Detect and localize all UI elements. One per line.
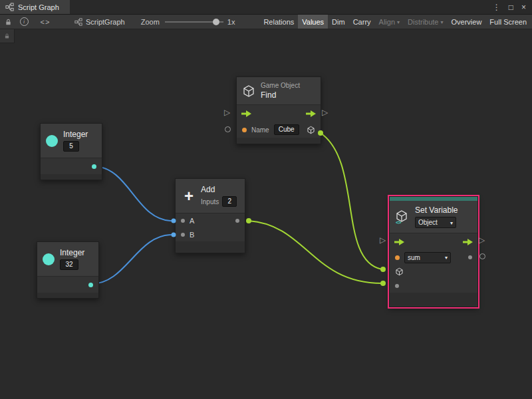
port-b-label: B [190, 231, 194, 239]
window-controls: ⋮ □ × [493, 0, 532, 14]
zoom-label: Zoom [141, 18, 160, 26]
name-input-ring-icon[interactable] [225, 126, 231, 132]
value-output-ring-icon[interactable] [479, 253, 485, 259]
flow-in-triangle-icon[interactable]: ▷ [224, 108, 230, 116]
set-variable-icon: <> [395, 209, 410, 224]
node-title: Set Variable [415, 205, 458, 215]
variable-name-dropdown[interactable]: sum ▾ [404, 252, 451, 263]
maximize-icon[interactable]: □ [509, 3, 513, 12]
add-icon: + [182, 188, 196, 204]
flow-out-arrow-icon[interactable] [306, 110, 316, 117]
chevron-down-icon: ▾ [397, 19, 400, 25]
flow-out-arrow-icon[interactable] [463, 239, 473, 245]
tab-script-graph[interactable]: Script Graph [0, 0, 70, 14]
breadcrumb-label: ScriptGraph [86, 18, 125, 26]
input-port-b[interactable] [181, 233, 185, 237]
node-integer-2[interactable]: Integer 32 [37, 241, 99, 299]
align-button-label: Align [379, 18, 395, 26]
wire-find-to-setvariable-object[interactable] [321, 133, 382, 269]
node-footer [176, 241, 245, 253]
info-button[interactable]: i [16, 15, 32, 29]
unity-script-graph-window: Script Graph ⋮ □ × i <> [0, 0, 532, 399]
lock-icon [5, 18, 12, 26]
output-port[interactable] [88, 283, 93, 287]
value-input-port[interactable] [395, 284, 399, 288]
integer-value-field[interactable]: 32 [60, 259, 78, 270]
value-output-port[interactable] [468, 255, 472, 259]
toolbar-buttons: Relations Values Dim Carry Align ▾ Distr… [259, 15, 532, 29]
tab-title: Script Graph [18, 3, 59, 11]
node-footer [390, 293, 477, 307]
chevron-down-icon: ▾ [450, 220, 453, 226]
variable-scope-value: Object [418, 219, 438, 226]
node-gameobject-find[interactable]: Game Object Find Name Cube [236, 76, 321, 144]
wire-add-to-setvariable-value[interactable] [249, 221, 382, 283]
flow-out-triangle-icon[interactable]: ▷ [479, 236, 485, 244]
dim-button[interactable]: Dim [328, 15, 349, 29]
zoom-value: 1x [227, 18, 235, 26]
code-view-button[interactable]: <> [32, 15, 59, 29]
distribute-button-label: Distribute [408, 18, 438, 26]
align-button[interactable]: Align ▾ [375, 15, 404, 29]
variable-scope-dropdown[interactable]: Object ▾ [415, 217, 456, 228]
script-graph-icon [74, 18, 82, 26]
overview-button[interactable]: Overview [448, 15, 486, 29]
wire-integer32-to-add-b[interactable] [91, 235, 172, 284]
variable-name-input-port[interactable] [395, 255, 400, 260]
flow-in-triangle-icon[interactable]: ▷ [380, 236, 386, 244]
titlebar: Script Graph ⋮ □ × [0, 0, 532, 15]
carry-button[interactable]: Carry [349, 15, 375, 29]
wire-endpoint [246, 218, 251, 223]
distribute-button[interactable]: Distribute ▾ [404, 15, 447, 29]
node-footer [41, 174, 102, 180]
node-title: Integer [63, 130, 88, 139]
node-add[interactable]: + Add Inputs 2 A B [175, 178, 245, 253]
object-input-port-icon[interactable] [395, 267, 404, 276]
name-input-port[interactable] [242, 128, 247, 132]
node-footer [37, 293, 98, 298]
code-icon: <> [41, 18, 51, 26]
integer-icon [43, 253, 55, 265]
node-footer [237, 138, 321, 144]
name-value-field[interactable]: Cube [274, 124, 299, 135]
node-title: Add [201, 185, 237, 194]
wire-endpoint [380, 267, 386, 272]
node-title: Integer [60, 248, 84, 257]
output-port[interactable] [92, 164, 96, 169]
inputs-count-field[interactable]: 2 [222, 196, 237, 207]
lock-button[interactable] [0, 15, 16, 29]
wire-endpoint [380, 281, 386, 286]
flow-in-arrow-icon[interactable] [241, 110, 251, 117]
flow-out-triangle-icon[interactable]: ▷ [322, 108, 328, 116]
node-title: Find [261, 90, 300, 100]
wire-integer5-to-add-a[interactable] [94, 166, 172, 221]
menu-icon[interactable]: ⋮ [493, 3, 501, 12]
flow-in-arrow-icon[interactable] [394, 239, 404, 245]
close-icon[interactable]: × [521, 3, 526, 12]
relations-button[interactable]: Relations [259, 15, 298, 29]
node-set-variable[interactable]: <> Set Variable Object ▾ sum ▾ [389, 196, 478, 307]
info-icon: i [20, 17, 29, 26]
zoom-slider-handle[interactable] [213, 19, 219, 25]
integer-icon [46, 135, 58, 147]
full-screen-button[interactable]: Full Screen [485, 15, 531, 29]
node-integer-1[interactable]: Integer 5 [40, 123, 102, 180]
integer-value-field[interactable]: 5 [63, 141, 79, 152]
gameobject-output-port-icon[interactable] [307, 126, 315, 134]
input-port-a[interactable] [181, 219, 185, 223]
breadcrumb[interactable]: ScriptGraph [74, 18, 125, 26]
graph-toolbar: i <> ScriptGraph Zoom 1x Relations Value… [0, 15, 532, 29]
output-port-sum[interactable] [235, 219, 239, 223]
port-a-label: A [190, 217, 194, 225]
zoom-slider[interactable] [165, 19, 223, 25]
graph-lock-corner-button[interactable] [0, 29, 15, 43]
cube-icon [242, 84, 255, 98]
lock-icon [4, 33, 10, 39]
chevron-down-icon: ▾ [441, 19, 444, 25]
node-category: Game Object [261, 82, 300, 90]
values-button[interactable]: Values [298, 15, 328, 29]
graph-icon [5, 3, 14, 11]
chevron-down-icon: ▾ [445, 255, 448, 261]
inputs-label: Inputs [201, 198, 219, 205]
name-label: Name [251, 126, 269, 134]
